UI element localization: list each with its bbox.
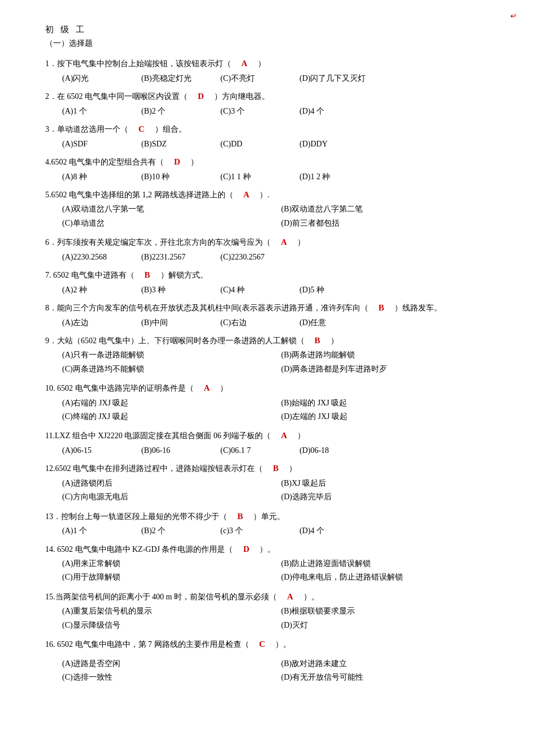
option-12-1: (B)XJ 吸起后 xyxy=(281,477,501,490)
page-corner: ↵ xyxy=(510,10,517,23)
option-15-2: (C)显示降级信号 xyxy=(62,619,281,632)
question-text-2: 2．在 6502 电气集中同一咽喉区内设置（ D ）方向继电器。 xyxy=(45,89,500,104)
options-line-13: (A)1 个(B)2 个(c)3 个(D)4 个 xyxy=(45,525,500,537)
options-line-6: (A)2230.2568(B)2231.2567(C)2230.2567 xyxy=(45,251,500,263)
question-line-15: 15.当两架信号机间的距离小于 400 m 时，前架信号机的显示必须（ A ）。 xyxy=(45,590,500,604)
options-line-1: (A)闪光(B)亮稳定灯光(C)不亮灯(D)闪了几下又灭灯 xyxy=(45,72,500,85)
option-11-3: (D)06-18 xyxy=(299,444,367,457)
option-16-1: (B)敌对进路未建立 xyxy=(281,658,501,670)
option-8-3: (D)任意 xyxy=(299,317,367,329)
option-1-3: (D)闪了几下又灭灯 xyxy=(299,72,367,85)
question-text-15: 15.当两架信号机间的距离小于 400 m 时，前架信号机的显示必须（ A ）。 xyxy=(45,590,500,604)
question-text-16: 16. 6502 电气集中电路中，第 7 网路线的主要作用是检查（ C ）。 xyxy=(45,637,500,652)
question-text-6: 6．列车须按有关规定编定车次，开往北京方向的车次编号应为（ A ） xyxy=(45,235,500,250)
options-line-10: (A)右端的 JXJ 吸起(B)始端的 JXJ 吸起(C)终端的 JXJ 吸起(… xyxy=(45,397,500,425)
option-1-2: (C)不亮灯 xyxy=(220,72,288,85)
question-line-3: 3．单动道岔选用一个（ C ）组合。 xyxy=(45,122,500,137)
option-7-0: (A)2 种 xyxy=(62,284,130,296)
question-line-7: 7. 6502 电气集中进路有（ B ）解锁方式。 xyxy=(45,268,500,283)
question-line-1: 1．按下电气集中控制台上始端按钮，该按钮表示灯（ A ） xyxy=(45,57,500,71)
option-13-0: (A)1 个 xyxy=(62,525,130,537)
options-line-12: (A)进路锁闭后(B)XJ 吸起后(C)方向电源无电后(D)选路完毕后 xyxy=(45,477,500,505)
option-2-3: (D)4 个 xyxy=(299,105,367,118)
option-15-0: (A)重复后架信号机的显示 xyxy=(62,605,281,617)
option-7-3: (D)5 种 xyxy=(299,284,367,296)
question-line-10: 10. 6502 电气集中选路完毕的证明条件是（ A ） xyxy=(45,381,500,396)
option-6-0: (A)2230.2568 xyxy=(62,251,130,263)
option-8-2: (C)右边 xyxy=(220,317,288,329)
option-14-0: (A)用来正常解锁 xyxy=(62,558,281,570)
option-16-3: (D)有无开放信号可能性 xyxy=(281,671,501,684)
option-11-0: (A)06-15 xyxy=(62,444,130,457)
question-block-10: 10. 6502 电气集中选路完毕的证明条件是（ A ）(A)右端的 JXJ 吸… xyxy=(45,381,500,424)
question-text-10: 10. 6502 电气集中选路完毕的证明条件是（ A ） xyxy=(45,381,500,396)
question-text-3: 3．单动道岔选用一个（ C ）组合。 xyxy=(45,122,500,137)
question-block-12: 12.6502 电气集中在排列进路过程中，进路始端按钮表示灯在（ B ）(A)进… xyxy=(45,461,500,504)
question-line-4: 4.6502 电气集中的定型组合共有（ D ） xyxy=(45,155,500,170)
option-9-1: (B)两条进路均能解锁 xyxy=(281,349,501,361)
question-line-2: 2．在 6502 电气集中同一咽喉区内设置（ D ）方向继电器。 xyxy=(45,89,500,104)
question-text-8: 8．能向三个方向发车的信号机在开放状态及其机柱中间(表示器表示进路开通，准许列车… xyxy=(45,301,500,316)
option-3-2: (C)DD xyxy=(220,138,288,150)
question-block-7: 7. 6502 电气集中进路有（ B ）解锁方式。(A)2 种(B)3 种(C)… xyxy=(45,268,500,296)
option-13-1: (B)2 个 xyxy=(141,525,209,537)
option-10-1: (B)始端的 JXJ 吸起 xyxy=(281,397,501,409)
option-13-2: (c)3 个 xyxy=(220,525,288,537)
option-12-3: (D)选路完毕后 xyxy=(281,491,501,503)
option-3-1: (B)SDZ xyxy=(141,138,209,150)
option-12-0: (A)进路锁闭后 xyxy=(62,477,281,490)
option-11-1: (B)06-16 xyxy=(141,444,209,457)
question-block-1: 1．按下电气集中控制台上始端按钮，该按钮表示灯（ A ）(A)闪光(B)亮稳定灯… xyxy=(45,57,500,85)
option-16-0: (A)进路是否空闲 xyxy=(62,658,281,670)
question-text-4: 4.6502 电气集中的定型组合共有（ D ） xyxy=(45,155,500,170)
option-4-0: (A)8 种 xyxy=(62,171,130,183)
option-5-3: (D)前三者都包括 xyxy=(281,217,501,230)
option-2-1: (B)2 个 xyxy=(141,105,209,118)
option-3-0: (A)SDF xyxy=(62,138,130,150)
options-line-11: (A)06-15(B)06-16(C)06.1 7(D)06-18 xyxy=(45,444,500,457)
question-text-12: 12.6502 电气集中在排列进路过程中，进路始端按钮表示灯在（ B ） xyxy=(45,461,500,476)
option-8-1: (B)中间 xyxy=(141,317,209,329)
option-12-2: (C)方向电源无电后 xyxy=(62,491,281,503)
option-15-3: (D)灭灯 xyxy=(281,619,501,632)
question-line-12: 12.6502 电气集中在排列进路过程中，进路始端按钮表示灯在（ B ） xyxy=(45,461,500,476)
option-6-1: (B)2231.2567 xyxy=(141,251,209,263)
option-2-2: (C)3 个 xyxy=(220,105,288,118)
option-16-2: (C)选排一致性 xyxy=(62,671,281,684)
question-line-11: 11.LXZ 组合中 XJ2220 电源固定接在其组合侧面 06 列端子板的（ … xyxy=(45,429,500,443)
question-text-9: 9．大站（6502 电气集中）上、下行咽喉同时各办理一条进路的人工解锁（ B ） xyxy=(45,334,500,348)
option-4-3: (D)1 2 种 xyxy=(299,171,367,183)
question-line-8: 8．能向三个方向发车的信号机在开放状态及其机柱中间(表示器表示进路开通，准许列车… xyxy=(45,301,500,316)
option-5-1: (B)双动道岔八字第二笔 xyxy=(281,203,501,215)
option-9-0: (A)只有一条进路能解锁 xyxy=(62,349,281,361)
option-2-0: (A)1 个 xyxy=(62,105,130,118)
option-3-3: (D)DDY xyxy=(299,138,367,150)
question-text-7: 7. 6502 电气集中进路有（ B ）解锁方式。 xyxy=(45,268,500,283)
options-line-7: (A)2 种(B)3 种(C)4 种(D)5 种 xyxy=(45,284,500,296)
question-block-4: 4.6502 电气集中的定型组合共有（ D ）(A)8 种(B)10 种(C)1… xyxy=(45,155,500,183)
option-1-1: (B)亮稳定灯光 xyxy=(141,72,209,85)
option-14-3: (D)停电来电后，防止进路错误解锁 xyxy=(281,571,501,584)
option-14-1: (B)防止进路迎面错误解锁 xyxy=(281,558,501,570)
options-line-5: (A)双动道岔八字第一笔(B)双动道岔八字第二笔(C)单动道岔(D)前三者都包括 xyxy=(45,203,500,231)
options-line-14: (A)用来正常解锁(B)防止进路迎面错误解锁(C)用于故障解锁(D)停电来电后，… xyxy=(45,558,500,585)
question-text-14: 14. 6502 电气集中电路中 KZ-GDJ 条件电源的作用是（ D ）。 xyxy=(45,542,500,557)
option-1-0: (A)闪光 xyxy=(62,72,130,85)
question-line-16: 16. 6502 电气集中电路中，第 7 网路线的主要作用是检查（ C ）。 xyxy=(45,637,500,652)
question-block-14: 14. 6502 电气集中电路中 KZ-GDJ 条件电源的作用是（ D ）。(A… xyxy=(45,542,500,585)
option-14-2: (C)用于故障解锁 xyxy=(62,571,281,584)
question-block-15: 15.当两架信号机间的距离小于 400 m 时，前架信号机的显示必须（ A ）。… xyxy=(45,590,500,633)
question-block-13: 13．控制台上每一轨道区段上最短的光带不得少于（ B ）单元。(A)1 个(B)… xyxy=(45,509,500,538)
question-text-13: 13．控制台上每一轨道区段上最短的光带不得少于（ B ）单元。 xyxy=(45,509,500,524)
question-block-11: 11.LXZ 组合中 XJ2220 电源固定接在其组合侧面 06 列端子板的（ … xyxy=(45,429,500,457)
section-subtitle: （一）选择题 xyxy=(45,37,500,50)
question-line-6: 6．列车须按有关规定编定车次，开往北京方向的车次编号应为（ A ） xyxy=(45,235,500,250)
option-4-1: (B)10 种 xyxy=(141,171,209,183)
question-block-5: 5.6502 电气集中选择组的第 1,2 网路线选择进路上的（ A ）.(A)双… xyxy=(45,188,500,231)
options-line-3: (A)SDF(B)SDZ(C)DD(D)DDY xyxy=(45,138,500,150)
question-block-9: 9．大站（6502 电气集中）上、下行咽喉同时各办理一条进路的人工解锁（ B ）… xyxy=(45,334,500,377)
option-7-2: (C)4 种 xyxy=(220,284,288,296)
options-line-9: (A)只有一条进路能解锁(B)两条进路均能解锁(C)两条进路均不能解锁(D)两条… xyxy=(45,349,500,377)
option-8-0: (A)左边 xyxy=(62,317,130,329)
question-block-3: 3．单动道岔选用一个（ C ）组合。(A)SDF(B)SDZ(C)DD(D)DD… xyxy=(45,122,500,150)
